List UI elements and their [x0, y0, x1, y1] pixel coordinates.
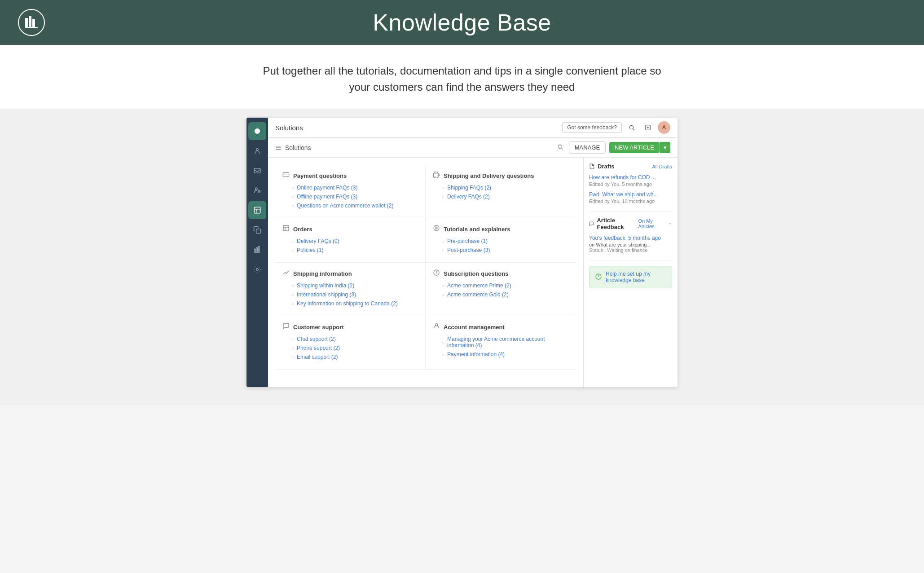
category-name-account: Account management: [444, 324, 505, 331]
sidebar-item-inbox[interactable]: [248, 162, 266, 180]
category-link[interactable]: Shipping within India (2): [297, 282, 354, 289]
sidebar-item-analytics[interactable]: [248, 241, 266, 259]
category-shipping-delivery: Shipping and Delivery questions Shipping…: [426, 165, 576, 218]
category-link[interactable]: Delivery FAQs (2): [447, 194, 490, 200]
all-drafts-link[interactable]: All Drafts: [652, 164, 672, 169]
solutions-bar: Solutions MANAGE NEW ARTICLE ▾: [268, 138, 678, 158]
category-name-ship-info: Shipping information: [293, 270, 352, 277]
feedback-link-1[interactable]: You's feedback, 5 months ago: [589, 235, 672, 241]
category-link[interactable]: Managing your Acme commerce account info…: [447, 336, 569, 348]
solutions-right: MANAGE NEW ARTICLE ▾: [555, 141, 670, 154]
category-link[interactable]: Phone support (2): [297, 345, 340, 351]
category-icon-support: [282, 322, 290, 331]
category-items-payment: Online payment FAQs (3) Offline payment …: [282, 185, 418, 209]
sidebar-item-settings[interactable]: [248, 260, 266, 278]
category-link[interactable]: Chat support (2): [297, 336, 336, 342]
category-orders: Orders Delivery FAQs (0) Policies (1): [275, 218, 426, 263]
category-link[interactable]: Questions on Acme commerce wallet (2): [297, 203, 393, 209]
draft-title-2[interactable]: Fwd: What we ship and wh...: [589, 191, 672, 198]
svg-rect-27: [433, 173, 438, 177]
category-payment-questions: Payment questions Online payment FAQs (3…: [275, 165, 426, 218]
category-items-tutorials: Pre-purchase (1) Post-purchase (3): [433, 238, 569, 253]
category-items-support: Chat support (2) Phone support (2) Email…: [282, 336, 418, 360]
new-article-button[interactable]: NEW ARTICLE: [609, 142, 660, 153]
category-name-support: Customer support: [293, 324, 344, 331]
feedback-icon: [589, 221, 594, 227]
draft-title-1[interactable]: How are refunds for COD ...: [589, 174, 672, 181]
feedback-filter-label: On My Articles: [638, 218, 666, 229]
category-header: Tutorials and explainers: [433, 225, 569, 234]
category-items-ship-info: Shipping within India (2) International …: [282, 282, 418, 307]
sidebar-item-home[interactable]: [248, 122, 266, 140]
feedback-filter[interactable]: On My Articles: [638, 218, 672, 229]
category-link[interactable]: Offline payment FAQs (3): [297, 194, 357, 200]
category-name-tutorials: Tutorials and explainers: [444, 226, 510, 233]
top-bar-actions: Got some feedback? A: [562, 121, 670, 134]
svg-rect-10: [256, 229, 261, 234]
category-link[interactable]: Acme commerce Gold (2): [447, 291, 509, 298]
category-link[interactable]: Policies (1): [297, 247, 323, 253]
svg-point-28: [435, 177, 435, 178]
feedback-status-1: Status : Waiting on finance: [589, 247, 672, 253]
draft-item-2: Fwd: What we ship and wh... Edited by Yo…: [589, 191, 672, 204]
svg-point-7: [255, 188, 258, 190]
new-article-dropdown[interactable]: ▾: [660, 142, 670, 153]
search-button[interactable]: [625, 121, 638, 134]
main-content: Solutions Got some feedback? A Solutions: [0, 109, 924, 405]
feedback-button[interactable]: Got some feedback?: [562, 122, 622, 133]
list-item: Online payment FAQs (3): [291, 185, 418, 191]
svg-rect-9: [254, 207, 260, 213]
category-header: Shipping and Delivery questions: [433, 171, 569, 180]
sidebar-item-users[interactable]: [248, 181, 266, 199]
category-link[interactable]: Delivery FAQs (0): [297, 238, 339, 244]
category-name-shipping: Shipping and Delivery questions: [444, 172, 534, 179]
list-item: Email support (2): [291, 354, 418, 360]
solutions-search-button[interactable]: [555, 142, 565, 153]
list-item: Payment information (4): [442, 351, 569, 357]
add-button[interactable]: [642, 121, 654, 134]
category-link[interactable]: Payment information (4): [447, 351, 505, 357]
drafts-section: Drafts All Drafts How are refunds for CO…: [589, 163, 672, 204]
category-items-account: Managing your Acme commerce account info…: [433, 336, 569, 357]
svg-point-15: [629, 125, 633, 129]
category-link[interactable]: Acme commerce Prime (2): [447, 282, 511, 289]
category-link[interactable]: Email support (2): [297, 354, 338, 360]
help-setup-button[interactable]: Help me set up my knowledge base: [589, 266, 672, 288]
drafts-title-row: Drafts: [589, 163, 615, 170]
sidebar-item-solutions[interactable]: [248, 201, 266, 219]
category-link[interactable]: Online payment FAQs (3): [297, 185, 357, 191]
svg-point-5: [256, 149, 259, 151]
category-icon-shipping: [433, 171, 440, 180]
category-icon-orders: [282, 225, 290, 234]
sidebar-item-contacts[interactable]: [248, 142, 266, 160]
articles-area: Payment questions Online payment FAQs (3…: [268, 158, 583, 387]
feedback-title: Article Feedback: [597, 217, 638, 230]
draft-item-1: How are refunds for COD ... Edited by Yo…: [589, 174, 672, 187]
svg-rect-11: [254, 249, 255, 253]
category-name-subscription: Subscription questions: [444, 270, 508, 277]
list-item: Acme commerce Prime (2): [442, 282, 569, 289]
category-link[interactable]: Pre-purchase (1): [447, 238, 488, 244]
solutions-label: Solutions: [285, 144, 311, 151]
menu-icon: [275, 145, 282, 151]
category-link[interactable]: Post-purchase (3): [447, 247, 490, 253]
svg-rect-3: [25, 27, 38, 28]
page-title: Knowledge Base: [373, 9, 551, 36]
user-avatar[interactable]: A: [658, 121, 670, 134]
list-item: Shipping FAQs (2): [442, 185, 569, 191]
app-header: Knowledge Base: [0, 0, 924, 45]
category-link[interactable]: Key information on shipping to Canada (2…: [297, 300, 398, 307]
drafts-icon: [589, 163, 595, 169]
feedback-section-header: Article Feedback On My Articles: [589, 217, 672, 230]
sidebar-item-copy[interactable]: [248, 221, 266, 239]
drafts-title: Drafts: [598, 163, 615, 170]
category-icon-tutorials: [433, 225, 440, 234]
manage-button[interactable]: MANAGE: [569, 141, 606, 154]
list-item: Delivery FAQs (2): [442, 194, 569, 200]
list-item: International shipping (3): [291, 291, 418, 298]
category-link[interactable]: Shipping FAQs (2): [447, 185, 491, 191]
category-shipping-info: Shipping information Shipping within Ind…: [275, 263, 426, 316]
category-link[interactable]: International shipping (3): [297, 291, 356, 298]
svg-point-23: [558, 145, 562, 148]
category-header: Orders: [282, 225, 418, 234]
